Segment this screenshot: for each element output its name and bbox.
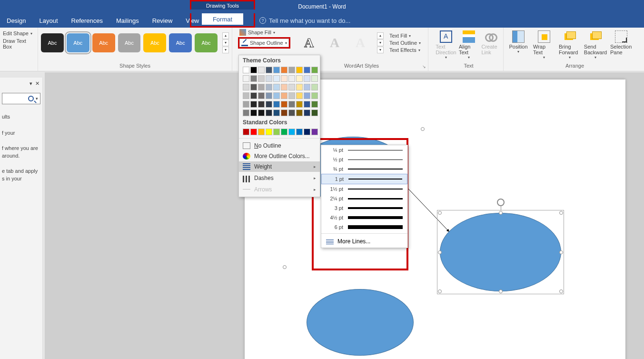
color-swatch[interactable] xyxy=(258,92,265,99)
text-outline-button[interactable]: Text Outline▾ xyxy=(389,40,421,46)
draw-text-box-button[interactable]: Draw Text Box xyxy=(3,37,35,50)
wordart-dialog-launcher-icon[interactable]: ↘ xyxy=(422,64,426,69)
send-backward-button[interactable]: Send Backward▾ xyxy=(584,30,607,60)
color-swatch[interactable] xyxy=(304,67,310,73)
wordart-down-button[interactable]: ▾ xyxy=(377,40,384,46)
color-swatch[interactable] xyxy=(296,75,303,82)
weight-option[interactable]: 4½ pt xyxy=(321,213,407,222)
color-swatch[interactable] xyxy=(250,101,257,108)
color-swatch[interactable] xyxy=(250,129,257,135)
color-swatch[interactable] xyxy=(304,129,310,135)
shape-style-1[interactable]: Abc xyxy=(41,33,64,52)
color-swatch[interactable] xyxy=(281,101,287,108)
resize-handle-br[interactable] xyxy=(559,289,563,293)
text-fill-button[interactable]: Text Fill▾ xyxy=(389,33,421,39)
color-swatch[interactable] xyxy=(273,101,280,108)
color-swatch[interactable] xyxy=(250,110,257,116)
color-swatch[interactable] xyxy=(266,75,272,82)
tab-references[interactable]: References xyxy=(65,13,109,28)
tab-format[interactable]: Format xyxy=(202,13,243,25)
color-swatch[interactable] xyxy=(243,129,249,135)
shape-style-4[interactable]: Abc xyxy=(118,33,141,52)
color-swatch[interactable] xyxy=(273,110,280,116)
color-swatch[interactable] xyxy=(281,67,287,73)
resize-handle-tl[interactable] xyxy=(438,211,442,215)
bring-forward-button[interactable]: Bring Forward▾ xyxy=(558,30,582,60)
color-swatch[interactable] xyxy=(304,75,310,82)
color-swatch[interactable] xyxy=(288,92,295,99)
rotate-handle[interactable] xyxy=(497,199,505,206)
color-swatch[interactable] xyxy=(243,75,249,82)
gallery-down-button[interactable]: ▾ xyxy=(222,40,229,46)
create-link-button[interactable]: Create Link xyxy=(481,30,503,60)
color-swatch[interactable] xyxy=(258,101,265,108)
color-swatch[interactable] xyxy=(273,129,280,135)
resize-handle-l[interactable] xyxy=(438,250,442,254)
gallery-up-button[interactable]: ▴ xyxy=(222,32,229,39)
color-swatch[interactable] xyxy=(250,84,257,90)
color-swatch[interactable] xyxy=(243,101,249,108)
position-button[interactable]: Position▾ xyxy=(506,30,530,60)
color-swatch[interactable] xyxy=(296,67,303,73)
weight-option[interactable]: 6 pt xyxy=(321,222,407,232)
oval-shape-3[interactable] xyxy=(307,289,414,356)
color-swatch[interactable] xyxy=(266,67,272,73)
shape-style-3[interactable]: Abc xyxy=(92,33,115,52)
weight-option[interactable]: 3 pt xyxy=(321,203,407,213)
shape-style-7[interactable]: Abc xyxy=(195,33,218,52)
selection-handle[interactable] xyxy=(421,127,425,131)
color-swatch[interactable] xyxy=(288,101,295,108)
wordart-style-2[interactable]: A xyxy=(324,33,346,52)
selected-oval-shape[interactable] xyxy=(440,213,561,291)
color-swatch[interactable] xyxy=(243,110,249,116)
color-swatch[interactable] xyxy=(266,110,272,116)
navpane-options-caret[interactable]: ▾ xyxy=(30,80,32,87)
weight-option[interactable]: 1 pt xyxy=(321,174,407,184)
wordart-style-1[interactable]: A xyxy=(298,33,320,52)
contextual-tab-drawing-tools[interactable]: Drawing Tools xyxy=(190,0,255,10)
dashes-item[interactable]: Dashes▸ xyxy=(239,172,320,184)
wrap-text-button[interactable]: Wrap Text▾ xyxy=(532,30,556,60)
color-swatch[interactable] xyxy=(311,101,318,108)
weight-item[interactable]: Weight▸ xyxy=(239,161,320,172)
color-swatch[interactable] xyxy=(250,92,257,99)
color-swatch[interactable] xyxy=(296,101,303,108)
shape-fill-button[interactable]: Shape Fill▾ xyxy=(238,29,290,36)
color-swatch[interactable] xyxy=(304,110,310,116)
navigation-search-input[interactable]: ▾ xyxy=(2,93,40,104)
color-swatch[interactable] xyxy=(296,110,303,116)
edit-shape-button[interactable]: Edit Shape▾ xyxy=(3,30,35,37)
resize-handle-r[interactable] xyxy=(559,250,563,254)
weight-option[interactable]: ¼ pt xyxy=(321,145,407,155)
color-swatch[interactable] xyxy=(288,84,295,90)
resize-handle-tr[interactable] xyxy=(559,211,563,215)
color-swatch[interactable] xyxy=(266,129,272,135)
resize-handle-t[interactable] xyxy=(499,211,503,215)
color-swatch[interactable] xyxy=(250,67,257,73)
color-swatch[interactable] xyxy=(311,84,318,90)
color-swatch[interactable] xyxy=(281,75,287,82)
color-swatch[interactable] xyxy=(304,84,310,90)
align-text-button[interactable]: Align Text▾ xyxy=(458,30,480,60)
wordart-up-button[interactable]: ▴ xyxy=(377,32,384,39)
shape-outline-button[interactable]: Shape Outline▾ xyxy=(239,39,289,47)
selection-pane-button[interactable]: Selection Pane xyxy=(609,30,633,60)
shape-style-5[interactable]: Abc xyxy=(143,33,166,52)
color-swatch[interactable] xyxy=(311,129,318,135)
navpane-close-button[interactable]: ✕ xyxy=(35,80,40,87)
shape-style-2[interactable]: Abc xyxy=(67,33,89,52)
color-swatch[interactable] xyxy=(311,110,318,116)
color-swatch[interactable] xyxy=(266,92,272,99)
gallery-more-button[interactable]: ▾ xyxy=(222,47,229,53)
color-swatch[interactable] xyxy=(311,92,318,99)
oval-shape-2[interactable] xyxy=(440,213,561,291)
more-lines-item[interactable]: More Lines... xyxy=(321,235,407,248)
weight-option[interactable]: 1½ pt xyxy=(321,184,407,194)
resize-handle-bl[interactable] xyxy=(438,289,442,293)
color-swatch[interactable] xyxy=(258,67,265,73)
weight-option[interactable]: ½ pt xyxy=(321,155,407,164)
weight-option[interactable]: 2¼ pt xyxy=(321,194,407,203)
color-swatch[interactable] xyxy=(296,129,303,135)
color-swatch[interactable] xyxy=(250,75,257,82)
search-dropdown-caret[interactable]: ▾ xyxy=(36,96,38,101)
